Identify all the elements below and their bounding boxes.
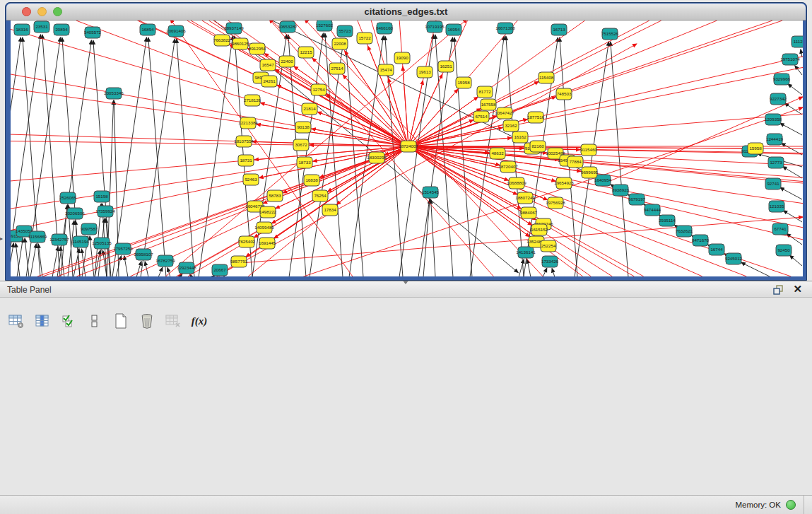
graph-node[interactable]: 19613 [417, 66, 433, 78]
float-panel-icon[interactable] [773, 285, 784, 295]
graph-node[interactable]: 167558 [481, 99, 496, 110]
graph-node[interactable]: 48632 [490, 148, 505, 159]
graph-node[interactable]: 18300295 [367, 152, 387, 163]
graph-node[interactable]: 19654923 [554, 177, 574, 189]
hub-node[interactable]: 18724007 [399, 141, 418, 152]
graph-node[interactable]: 7632621 [676, 226, 693, 237]
graph-node[interactable]: 1691445 [259, 238, 276, 249]
graph-node[interactable]: 58783 [267, 190, 283, 201]
graph-node[interactable]: 77884 [567, 156, 583, 168]
graph-node[interactable]: 16713 [551, 24, 567, 35]
graph-node[interactable]: 18316 [14, 24, 30, 35]
graph-node[interactable]: 15958 [456, 77, 471, 88]
delete-rows-trash-icon[interactable] [138, 312, 156, 330]
network-graph[interactable]: 1831623531208945405572168942069140628937… [11, 21, 803, 276]
graph-node[interactable]: 252254 [541, 240, 556, 252]
graph-node[interactable]: 27514 [329, 63, 345, 74]
graph-node[interactable]: 1733426 [541, 256, 559, 267]
graph-node[interactable]: 12923448 [177, 262, 196, 274]
graph-node[interactable]: 19090 [394, 52, 410, 64]
function-builder-icon[interactable]: f(x) [190, 312, 208, 330]
new-table-icon[interactable] [112, 312, 130, 330]
graph-node[interactable]: 8466160 [376, 23, 394, 34]
graph-node[interactable]: 28937149 [224, 23, 244, 34]
graph-node[interactable]: 9245012 [725, 253, 743, 264]
graph-node[interactable]: 17834 [322, 204, 338, 216]
graph-node[interactable]: 1877516 [527, 112, 545, 123]
graph-node[interactable]: 16162 [512, 132, 528, 143]
graph-node[interactable]: 18107554 [234, 136, 254, 147]
graph-node[interactable]: 8938923 [612, 185, 630, 196]
window-titlebar[interactable]: citations_edges.txt [6, 4, 806, 21]
graph-node[interactable]: 16782759 [155, 255, 175, 267]
graph-node[interactable]: 9227342 [770, 93, 787, 105]
graph-node[interactable]: 15474 [378, 64, 394, 76]
graph-node[interactable]: 7515526 [601, 28, 619, 40]
graph-node[interactable]: 14136141 [516, 247, 536, 258]
graph-node[interactable]: 1527602 [316, 21, 334, 31]
graph-node[interactable]: 14099489 [254, 222, 274, 233]
graph-node[interactable]: 12342757 [49, 234, 69, 245]
graph-node[interactable]: 9699695 [581, 167, 599, 178]
graph-node[interactable]: 16958107 [134, 249, 153, 260]
graph-node[interactable]: 10719195 [425, 21, 445, 33]
graph-node[interactable]: 81772 [477, 86, 493, 98]
graph-node[interactable]: 82160 [530, 141, 546, 152]
graph-node[interactable]: 16251 [438, 61, 454, 72]
graph-node[interactable]: 2526065 [59, 192, 77, 204]
graph-node[interactable]: 20667 [212, 264, 228, 276]
graph-node[interactable]: 92741 [765, 178, 781, 189]
graph-node[interactable]: 12754 [311, 84, 326, 95]
graph-node[interactable]: 748503 [556, 88, 572, 100]
memory-ok-indicator[interactable] [786, 500, 796, 510]
graph-node[interactable]: 20894 [54, 24, 69, 35]
graph-node[interactable]: 19751074 [780, 54, 800, 65]
graph-node[interactable]: 12215 [298, 47, 314, 58]
graph-node[interactable]: 55723 [337, 25, 353, 37]
graph-node[interactable]: 1145194 [72, 236, 89, 247]
graph-node[interactable]: 32162 [503, 120, 519, 132]
graph-node[interactable]: 2718126 [244, 95, 261, 106]
graph-node[interactable]: 18733 [297, 157, 312, 168]
close-panel-icon[interactable]: ✕ [793, 283, 802, 296]
panel-resize-grip[interactable] [403, 281, 408, 284]
graph-node[interactable]: 20053346 [104, 88, 124, 99]
graph-node[interactable]: 15198 [94, 191, 110, 202]
graph-node[interactable]: 12505135 [92, 238, 112, 249]
delete-table-icon[interactable] [164, 312, 182, 330]
graph-node[interactable]: 6679197 [628, 194, 646, 205]
graph-node[interactable]: 9474444 [644, 204, 661, 216]
graph-node[interactable]: 9329966 [773, 74, 791, 85]
graph-node[interactable]: 18731 [238, 155, 254, 166]
graph-node[interactable]: 16894 [140, 24, 155, 35]
graph-node[interactable]: 1615152 [531, 224, 548, 235]
table-mode-icon[interactable] [7, 312, 25, 330]
graph-node[interactable]: 5405572 [84, 27, 102, 38]
graph-node[interactable]: 115408 [539, 72, 554, 83]
graph-node[interactable]: 18807249 [515, 192, 535, 204]
graph-node[interactable]: 16954 [446, 24, 461, 35]
graph-node[interactable]: 11156869 [28, 231, 47, 243]
graph-node[interactable]: 121035 [769, 201, 784, 212]
graph-node[interactable]: 12213384 [238, 117, 258, 129]
graph-node[interactable]: 1498222 [259, 206, 277, 218]
graph-node[interactable]: 1244419 [766, 134, 784, 145]
graph-node[interactable]: 16838 [304, 175, 319, 186]
graph-node[interactable]: 19756928 [546, 197, 565, 209]
graph-node[interactable]: 9115460 [580, 144, 597, 156]
graph-node[interactable]: 22008 [332, 38, 348, 49]
graph-node[interactable]: 10688809 [507, 177, 526, 189]
graph-node[interactable]: 16547 [260, 59, 276, 71]
graph-node[interactable]: 23531 [34, 21, 49, 33]
panel-collapse-arrow-icon[interactable]: ▸ [0, 235, 3, 242]
graph-node[interactable]: 92450 [776, 245, 792, 256]
graph-node[interactable]: 24261 [261, 76, 277, 87]
graph-node[interactable]: 15958 [748, 143, 763, 154]
graph-node[interactable]: 67741 [772, 223, 788, 235]
graph-node[interactable]: 8471670 [692, 235, 710, 246]
row-height-icon[interactable] [86, 312, 104, 330]
graph-node[interactable]: 15722 [357, 33, 372, 44]
graph-node[interactable]: 30672 [293, 139, 309, 151]
graph-node[interactable]: 11121 [792, 36, 803, 47]
graph-node[interactable]: 10647427 [495, 107, 514, 119]
